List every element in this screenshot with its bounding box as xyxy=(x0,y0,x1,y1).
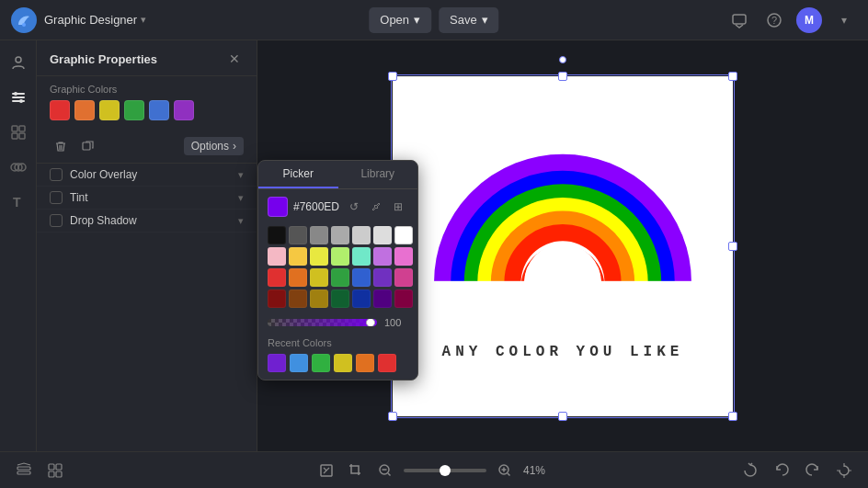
sidebar-item-user[interactable] xyxy=(4,48,33,77)
color-cell[interactable] xyxy=(331,289,349,308)
color-cell[interactable] xyxy=(268,226,286,244)
tab-picker[interactable]: Picker xyxy=(258,161,338,188)
color-cell[interactable] xyxy=(394,247,413,266)
svg-text:T: T xyxy=(13,195,21,210)
color-cell[interactable] xyxy=(268,268,286,287)
picker-refresh-icon[interactable]: ↺ xyxy=(345,198,363,216)
handle-bl[interactable] xyxy=(388,412,397,421)
messages-icon[interactable] xyxy=(726,7,752,33)
color-cell[interactable] xyxy=(373,289,392,308)
picker-add-icon[interactable]: + xyxy=(411,198,418,216)
sidebar-item-layers[interactable] xyxy=(4,153,33,182)
handle-bm[interactable] xyxy=(558,412,567,421)
color-cell[interactable] xyxy=(331,268,349,287)
color-swatch-yellow[interactable] xyxy=(99,100,120,120)
canvas-element[interactable]: ANY COLOR YOU LIKE xyxy=(393,76,733,416)
handle-br[interactable] xyxy=(728,412,737,421)
color-cell[interactable] xyxy=(394,268,413,287)
color-cell[interactable] xyxy=(310,268,328,287)
redo-button[interactable] xyxy=(800,458,826,483)
app-logo[interactable] xyxy=(11,7,37,33)
sidebar-item-shapes[interactable] xyxy=(4,118,33,147)
color-swatch-orange[interactable] xyxy=(74,100,95,120)
picker-eyedropper-icon[interactable] xyxy=(367,198,385,216)
panel-close-button[interactable]: ✕ xyxy=(225,50,244,68)
options-dropdown[interactable]: Options › xyxy=(184,137,244,155)
drop-shadow-expand[interactable]: ▾ xyxy=(238,215,244,227)
zoom-in-button[interactable] xyxy=(494,460,516,482)
color-cell[interactable] xyxy=(289,226,307,244)
picker-hex-value[interactable]: #7600ED xyxy=(293,200,339,213)
color-cell[interactable] xyxy=(289,247,307,266)
recent-color-purple[interactable] xyxy=(268,354,286,372)
color-cell[interactable] xyxy=(373,268,392,287)
tint-checkbox[interactable] xyxy=(50,191,63,204)
fit-canvas-button[interactable] xyxy=(315,460,337,482)
recent-color-orange[interactable] xyxy=(356,354,374,372)
color-cell[interactable] xyxy=(310,226,328,244)
sidebar-item-text[interactable]: T xyxy=(4,187,33,217)
color-cell[interactable] xyxy=(289,289,307,308)
color-cell[interactable] xyxy=(373,226,392,244)
color-swatch-green[interactable] xyxy=(124,100,144,120)
delete-effect-button[interactable] xyxy=(50,135,72,157)
color-cell[interactable] xyxy=(310,289,328,308)
drop-shadow-checkbox[interactable] xyxy=(50,214,63,227)
handle-tr[interactable] xyxy=(728,72,737,81)
color-swatch-purple[interactable] xyxy=(174,100,194,120)
color-overlay-expand[interactable]: ▾ xyxy=(238,169,244,181)
handle-tl[interactable] xyxy=(388,72,397,81)
alpha-slider[interactable] xyxy=(268,319,377,326)
color-cell[interactable] xyxy=(394,226,413,244)
handle-tm[interactable] xyxy=(558,72,567,81)
recent-color-red[interactable] xyxy=(378,354,396,372)
picker-color-preview[interactable] xyxy=(268,197,288,217)
save-button[interactable]: Save ▾ xyxy=(439,7,499,33)
main-area: T Graphic Properties ✕ Graphic Colors xyxy=(0,40,868,451)
color-overlay-checkbox[interactable] xyxy=(50,168,63,181)
layers-panel-button[interactable] xyxy=(11,458,37,483)
handle-rotate[interactable] xyxy=(559,56,566,63)
color-cell[interactable] xyxy=(394,289,413,308)
grid-toggle-button[interactable] xyxy=(42,458,68,483)
app-name-chevron[interactable]: ▾ xyxy=(141,14,146,26)
picker-grid-icon[interactable]: ⊞ xyxy=(389,198,407,216)
duplicate-effect-button[interactable] xyxy=(77,135,99,157)
help-icon[interactable]: ? xyxy=(761,7,787,33)
recent-color-blue[interactable] xyxy=(290,354,308,372)
color-swatch-blue[interactable] xyxy=(149,100,169,120)
color-cell[interactable] xyxy=(352,226,371,244)
handle-mr[interactable] xyxy=(728,242,737,251)
color-cell[interactable] xyxy=(331,226,349,244)
recent-color-green[interactable] xyxy=(312,354,330,372)
color-cell[interactable] xyxy=(268,289,286,308)
bottom-center-zoom: 41% xyxy=(315,460,553,482)
zoom-out-button[interactable] xyxy=(374,460,396,482)
open-button[interactable]: Open ▾ xyxy=(369,7,431,33)
color-cell[interactable] xyxy=(268,247,286,266)
color-swatch-red[interactable] xyxy=(50,100,70,120)
icon-sidebar: T xyxy=(0,40,37,451)
crop-button[interactable] xyxy=(345,460,367,482)
topbar-chevron-icon[interactable]: ▾ xyxy=(831,7,857,33)
settings-button[interactable] xyxy=(831,458,857,483)
color-cell[interactable] xyxy=(352,247,371,266)
recent-color-yellow[interactable] xyxy=(334,354,352,372)
zoom-slider[interactable] xyxy=(404,469,486,472)
color-cell[interactable] xyxy=(373,247,392,266)
tab-library[interactable]: Library xyxy=(338,161,418,188)
alpha-value: 100 xyxy=(384,317,408,328)
refresh-button[interactable] xyxy=(737,458,763,483)
svg-rect-6 xyxy=(12,96,25,98)
sidebar-item-properties[interactable] xyxy=(4,83,33,112)
topbar: Graphic Designer ▾ Open ▾ Save ▾ ? M ▾ xyxy=(0,0,868,40)
color-cell[interactable] xyxy=(352,289,371,308)
color-cell[interactable] xyxy=(331,247,349,266)
color-cell[interactable] xyxy=(352,268,371,287)
svg-point-20 xyxy=(524,257,601,308)
undo-button[interactable] xyxy=(769,458,794,483)
tint-expand[interactable]: ▾ xyxy=(238,192,244,204)
color-cell[interactable] xyxy=(289,268,307,287)
avatar[interactable]: M xyxy=(796,7,822,33)
color-cell[interactable] xyxy=(310,247,328,266)
